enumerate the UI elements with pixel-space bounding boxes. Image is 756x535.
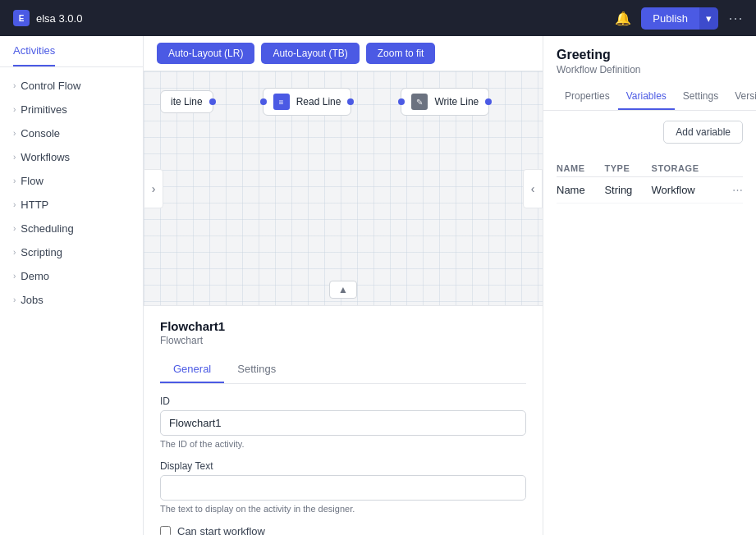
bottom-panel-tabs: General Settings [160, 356, 526, 384]
node-label: ite Line [171, 96, 203, 107]
sidebar-tabs: Activities [0, 36, 143, 67]
center-area: Auto-Layout (LR) Auto-Layout (TB) Zoom t… [144, 36, 543, 535]
zoom-to-fit-button[interactable]: Zoom to fit [366, 43, 436, 64]
chevron-right-icon: › [13, 105, 16, 114]
chevron-right-icon: › [13, 295, 16, 304]
port-right-icon [347, 98, 354, 105]
canvas-grid[interactable]: ite Line ≡ Read Line ✎ Write Line [144, 71, 543, 305]
row-actions-icon[interactable]: ⋯ [732, 184, 743, 196]
canvas-wrapper: ite Line ≡ Read Line ✎ Write Line [144, 71, 543, 305]
sidebar-item-label: Control Flow [21, 80, 80, 92]
chevron-right-icon: › [13, 129, 16, 138]
bottom-panel: Flowchart1 Flowchart General Settings ID… [144, 305, 543, 535]
node-label: Read Line [296, 96, 341, 107]
left-sidebar: Activities › Control Flow › Primitives ›… [0, 36, 144, 535]
form-display-text-group: Display Text The text to display on the … [160, 460, 526, 514]
display-text-label: Display Text [160, 460, 526, 472]
sidebar-item-label: Scripting [21, 246, 62, 258]
display-text-input[interactable] [160, 475, 526, 501]
app-logo: E [13, 10, 30, 26]
auto-layout-tb-button[interactable]: Auto-Layout (TB) [261, 43, 359, 64]
add-variable-button[interactable]: Add variable [663, 121, 743, 144]
publish-button-group: Publish ▾ [641, 7, 718, 30]
activities-tab[interactable]: Activities [13, 36, 55, 66]
publish-caret-button[interactable]: ▾ [699, 7, 718, 30]
table-row: Name String Workflow ⋯ [557, 177, 743, 203]
topnav-right: 🔔 Publish ▾ ⋯ [615, 7, 743, 30]
chevron-right-icon: › [13, 224, 16, 233]
chevron-right-icon: › [13, 81, 16, 90]
more-options-icon[interactable]: ⋯ [728, 9, 743, 27]
sidebar-item-workflows[interactable]: › Workflows [0, 145, 143, 169]
col-name-header: NAME [557, 160, 604, 177]
id-hint: The ID of the activity. [160, 439, 526, 449]
sidebar-item-http[interactable]: › HTTP [0, 193, 143, 217]
publish-button[interactable]: Publish [641, 7, 699, 30]
tab-version-history[interactable]: Version History [726, 84, 756, 110]
chevron-right-icon: › [13, 200, 16, 209]
chevron-right-icon: › [13, 176, 16, 185]
port-left-icon [398, 98, 405, 105]
can-start-label: Can start workflow [177, 525, 265, 535]
tab-settings[interactable]: Settings [224, 356, 289, 383]
sidebar-item-control-flow[interactable]: › Control Flow [0, 74, 143, 98]
node-icon: ✎ [411, 94, 428, 110]
tab-settings[interactable]: Settings [675, 84, 726, 110]
sidebar-item-primitives[interactable]: › Primitives [0, 98, 143, 121]
sidebar-item-demo[interactable]: › Demo [0, 264, 143, 288]
id-label: ID [160, 396, 526, 407]
auto-layout-lr-button[interactable]: Auto-Layout (LR) [157, 43, 254, 64]
can-start-checkbox[interactable] [160, 526, 171, 535]
node-write-line-1[interactable]: ite Line [160, 90, 213, 113]
sidebar-item-scheduling[interactable]: › Scheduling [0, 217, 143, 240]
topnav-left: E elsa 3.0.0 [13, 10, 82, 26]
right-panel-subtitle: Workflow Definition [557, 64, 743, 75]
canvas-collapse-button[interactable]: ▲ [329, 281, 357, 299]
chevron-right-icon: › [13, 248, 16, 257]
var-name: Name [557, 177, 604, 203]
node-read-line[interactable]: ≡ Read Line [263, 88, 352, 116]
top-navigation: E elsa 3.0.0 🔔 Publish ▾ ⋯ [0, 0, 756, 36]
id-input[interactable] [160, 410, 526, 436]
port-left-icon [260, 98, 267, 105]
sidebar-item-label: Console [21, 127, 60, 139]
tab-general[interactable]: General [160, 356, 224, 383]
port-right-icon [485, 98, 492, 105]
display-text-hint: The text to display on the activity in t… [160, 504, 526, 514]
bottom-panel-title: Flowchart1 [160, 319, 526, 333]
tab-variables[interactable]: Variables [618, 84, 675, 110]
col-type-header: TYPE [604, 160, 651, 177]
sidebar-item-jobs[interactable]: › Jobs [0, 288, 143, 312]
col-storage-header: STORAGE [652, 160, 743, 177]
sidebar-item-flow[interactable]: › Flow [0, 169, 143, 193]
sidebar-items-list: › Control Flow › Primitives › Console › … [0, 67, 143, 318]
sidebar-item-label: Workflows [21, 151, 70, 163]
sidebar-item-label: HTTP [21, 199, 48, 211]
chevron-right-icon: › [13, 153, 16, 162]
sidebar-item-scripting[interactable]: › Scripting [0, 240, 143, 264]
sidebar-item-label: Scheduling [21, 222, 73, 235]
sidebar-item-label: Demo [21, 270, 49, 282]
notification-bell-icon[interactable]: 🔔 [615, 11, 631, 26]
node-label: Write Line [434, 96, 479, 107]
app-title: elsa 3.0.0 [36, 12, 82, 25]
sidebar-item-console[interactable]: › Console [0, 121, 143, 145]
tab-properties[interactable]: Properties [557, 84, 618, 110]
right-panel-content: Add variable NAME TYPE STORAGE Name Stri… [543, 111, 756, 535]
bottom-panel-subtitle: Flowchart [160, 335, 526, 346]
right-panel-header: Greeting Workflow Definition [543, 36, 756, 75]
canvas-scroll-left-button[interactable]: › [144, 169, 163, 208]
right-panel-tabs: Properties Variables Settings Version Hi… [543, 84, 756, 111]
right-panel: Greeting Workflow Definition Properties … [543, 36, 756, 535]
var-storage: Workflow ⋯ [652, 177, 743, 203]
node-icon: ≡ [273, 94, 290, 110]
port-right-icon [209, 98, 216, 105]
main-layout: Activities › Control Flow › Primitives ›… [0, 36, 756, 535]
node-write-line-2[interactable]: ✎ Write Line [401, 88, 489, 116]
form-id-group: ID The ID of the activity. [160, 396, 526, 449]
sidebar-item-label: Flow [21, 175, 43, 187]
sidebar-item-label: Primitives [21, 103, 66, 116]
right-panel-title: Greeting [557, 48, 743, 62]
canvas-scroll-right-button[interactable]: ‹ [523, 169, 543, 208]
sidebar-item-label: Jobs [21, 294, 43, 306]
